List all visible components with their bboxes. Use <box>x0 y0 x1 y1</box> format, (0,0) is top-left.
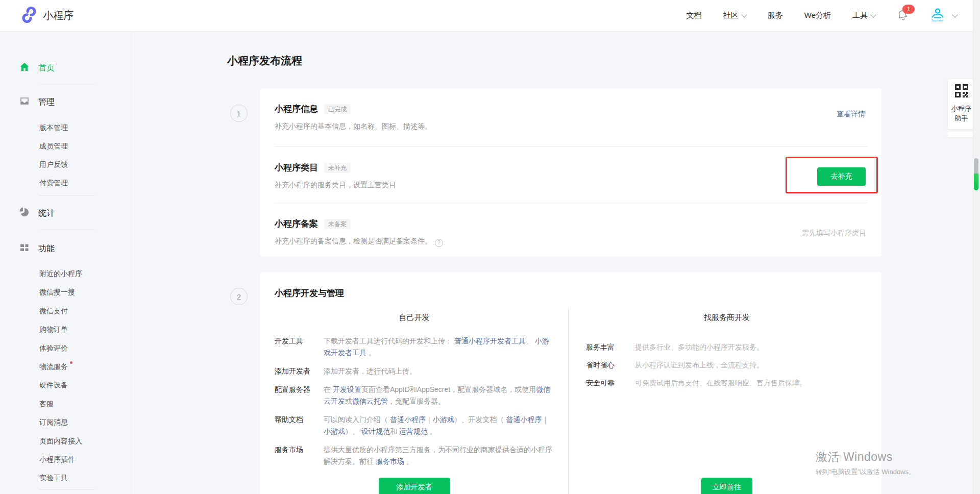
row-label: 配置服务器 <box>275 384 324 407</box>
fill-category-button[interactable]: 去补充 <box>817 167 866 186</box>
definition-row: 开发工具下载开发者工具进行代码的开发和上传： 普通小程序开发者工具、 小游戏开发… <box>275 335 554 359</box>
row-text: 下载开发者工具进行代码的开发和上传： 普通小程序开发者工具、 小游戏开发者工具 … <box>324 335 554 359</box>
column-header: 自己开发 <box>275 313 554 322</box>
inline-link[interactable]: 普通小程序 <box>506 415 542 424</box>
inline-link[interactable]: 小游戏 <box>433 415 454 424</box>
inline-link[interactable]: 普通小程序开发者工具 <box>454 337 526 345</box>
row-text: 从小程序认证到发布上线，全流程支持。 <box>635 359 868 371</box>
inline-link[interactable]: 设计规范 <box>361 427 390 435</box>
sidebar-item[interactable]: 附近的小程序 <box>0 264 131 283</box>
scrollbar-thumb[interactable] <box>974 158 978 190</box>
sidebar-item[interactable]: 页面内容接入 <box>0 432 131 450</box>
sidebar-item[interactable]: 用户反馈 <box>0 155 131 174</box>
sidebar-item[interactable]: 版本管理 <box>0 118 131 137</box>
step-2-card: 小程序开发与管理 自己开发 开发工具下载开发者工具进行代码的开发和上传： 普通小… <box>260 272 881 494</box>
sidebar-item-home[interactable]: 首页 <box>0 60 131 76</box>
collapsed-widget-peek[interactable] <box>948 132 975 137</box>
view-details-link[interactable]: 查看详情 <box>837 110 865 119</box>
status-badge: 未备案 <box>324 219 351 229</box>
sidebar-section-features[interactable]: 功能 <box>0 240 131 257</box>
logo-text: 小程序 <box>43 9 74 22</box>
miniprogram-logo-icon <box>21 7 37 25</box>
vendor-develop-rows: 服务丰富提供多行业、多功能的小程序开发服务。省时省心从小程序认证到发布上线，全流… <box>586 341 868 395</box>
miniprogram-assistant-widget[interactable]: 小程序 助手 <box>948 79 975 129</box>
definition-row: 配置服务器在 开发设置页面查看AppID和AppSecret，配置服务器域名，或… <box>275 384 554 407</box>
sidebar-item[interactable]: 订阅消息 <box>0 413 131 431</box>
scrollbar-thumb-green <box>974 174 978 190</box>
row-description: 补充小程序的备案信息，检测是否满足备案条件。? <box>275 236 867 247</box>
sidebar-item[interactable]: 成员管理 <box>0 137 131 155</box>
text-segment: ｜ <box>426 415 433 424</box>
assistant-label: 小程序 助手 <box>948 104 975 123</box>
sidebar-section-statistics[interactable]: 统计 <box>0 205 131 221</box>
add-developer-button[interactable]: 添加开发者 <box>379 478 450 494</box>
divider <box>39 195 95 196</box>
row-label: 省时省心 <box>586 359 635 371</box>
definition-row: 安全可靠可免费试用后再支付、在线客服响应、官方售后保障。 <box>586 377 868 389</box>
nav-item-we-analytics[interactable]: We分析 <box>804 11 831 20</box>
self-develop-rows: 开发工具下载开发者工具进行代码的开发和上传： 普通小程序开发者工具、 小游戏开发… <box>275 335 554 474</box>
new-badge-dot <box>70 361 72 364</box>
miniprogram-info-row: 小程序信息 已完成 补充小程序的基本信息，如名称、图标、描述等。 查看详情 <box>260 88 881 147</box>
management-submenu: 版本管理成员管理用户反馈付费管理 <box>0 118 131 192</box>
page-scrollbar[interactable] <box>973 0 980 494</box>
nav-item-tools[interactable]: 工具 <box>852 11 875 20</box>
sidebar-item[interactable]: 微信支付 <box>0 302 131 320</box>
text-segment: 。 <box>428 427 437 435</box>
sidebar-item[interactable]: 物流服务 <box>0 357 131 376</box>
windows-activation-watermark: 激活 Windows 转到“电脑设置”以激活 Windows。 <box>816 449 915 477</box>
inline-link[interactable]: 服务市场 <box>376 457 404 465</box>
row-text: 提供大量优质的小程序第三方服务，为不同行业的商家提供合适的小程序解决方案。前往 … <box>324 444 554 467</box>
text-segment: 添加开发者，进行代码上传。 <box>324 367 416 375</box>
row-text: 可免费试用后再支付、在线客服响应、官方售后保障。 <box>635 377 868 389</box>
sidebar-section-management[interactable]: 管理 <box>0 94 131 110</box>
sidebar-item[interactable]: 付费管理 <box>0 174 131 192</box>
divider <box>39 85 95 85</box>
sidebar-item[interactable]: 体验评价 <box>0 339 131 357</box>
row-title: 小程序备案 <box>275 218 318 230</box>
sidebar-item[interactable]: 客服 <box>0 394 131 413</box>
tray-icon <box>19 96 30 108</box>
notification-bell[interactable]: 1 <box>897 9 908 22</box>
row-text: 在 开发设置页面查看AppID和AppSecret，配置服务器域名，或使用微信云… <box>324 384 554 407</box>
text-segment: 、 <box>526 337 535 345</box>
help-icon[interactable]: ? <box>435 239 443 247</box>
sidebar-item[interactable]: 购物订单 <box>0 320 131 338</box>
status-badge: 已完成 <box>324 104 351 114</box>
row-label: 开发工具 <box>275 335 324 359</box>
sidebar-item[interactable]: 实验工具 <box>0 468 131 487</box>
text-segment: 或 <box>345 397 352 405</box>
qr-code-icon <box>955 90 968 99</box>
miniprogram-category-row: 小程序类目 未补充 补充小程序的服务类目，设置主营类目 去补充 <box>260 147 881 203</box>
nav-item-services[interactable]: 服务 <box>768 11 783 20</box>
row-label: 帮助文档 <box>275 414 324 437</box>
top-navbar: 小程序 文档 社区 服务 We分析 工具 1 <box>0 0 980 32</box>
sidebar-item[interactable]: 微信搜一搜 <box>0 283 131 301</box>
row-label: 添加开发者 <box>275 365 324 377</box>
chevron-down-icon <box>870 12 876 17</box>
row-description: 补充小程序的服务类目，设置主营类目 <box>275 180 867 189</box>
definition-row: 服务丰富提供多行业、多功能的小程序开发服务。 <box>586 341 868 353</box>
inline-link[interactable]: 运营规范 <box>399 427 428 435</box>
account-menu[interactable]: Skychaker <box>929 7 957 24</box>
features-submenu: 附近的小程序微信搜一搜微信支付购物订单体验评价物流服务硬件设备客服订阅消息页面内… <box>0 264 131 487</box>
sidebar-item[interactable]: 小程序插件 <box>0 450 131 468</box>
definition-row: 省时省心从小程序认证到发布上线，全流程支持。 <box>586 359 868 371</box>
inline-link[interactable]: 普通小程序 <box>390 415 426 424</box>
step-1-card: 小程序信息 已完成 补充小程序的基本信息，如名称、图标、描述等。 查看详情 小程… <box>260 88 881 257</box>
nav-item-community[interactable]: 社区 <box>723 11 746 20</box>
step-2-indicator: 2 <box>230 288 248 305</box>
text-segment: 在 <box>324 385 333 393</box>
sidebar-item[interactable]: 硬件设备 <box>0 376 131 394</box>
miniprogram-logo[interactable]: 小程序 <box>21 7 74 25</box>
inline-link[interactable]: 微信云托管 <box>352 397 388 405</box>
row-title: 小程序信息 <box>275 103 318 115</box>
page-title: 小程序发布流程 <box>227 53 302 68</box>
go-now-button[interactable]: 立即前往 <box>701 478 752 494</box>
chevron-down-icon <box>952 12 958 17</box>
text-segment: 和 <box>390 427 399 435</box>
text-segment: 。 <box>366 349 376 357</box>
nav-item-docs[interactable]: 文档 <box>687 11 702 20</box>
inline-link[interactable]: 开发设置 <box>333 385 361 393</box>
inline-link[interactable]: 小游戏 <box>324 427 345 435</box>
